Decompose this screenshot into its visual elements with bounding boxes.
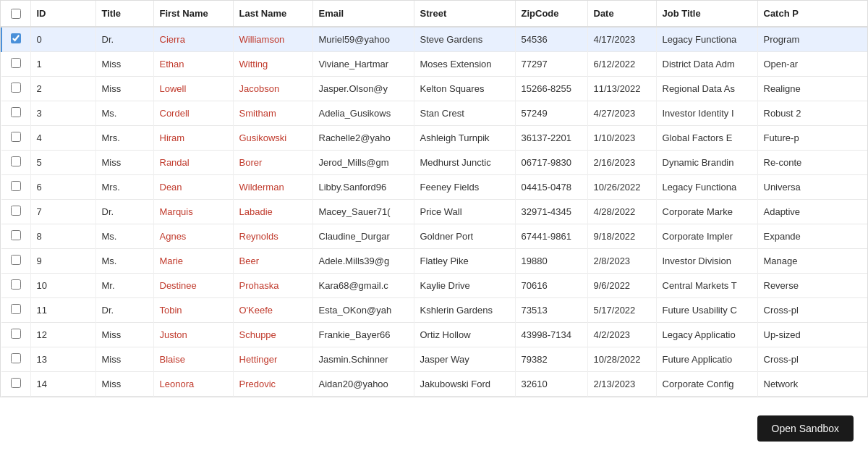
row-checkbox-cell: [1, 126, 30, 151]
cell-date: 10/26/2022: [587, 175, 656, 200]
row-checkbox[interactable]: [11, 230, 21, 240]
cell-date: 2/13/2023: [587, 372, 656, 397]
cell-street: Stan Crest: [414, 101, 515, 126]
cell-zipcode: 32971-4345: [515, 200, 587, 224]
cell-firstname[interactable]: Dean: [153, 175, 233, 200]
cell-lastname[interactable]: Beer: [233, 249, 312, 274]
cell-firstname[interactable]: Marquis: [153, 200, 233, 224]
cell-lastname[interactable]: Gusikowski: [233, 126, 312, 151]
cell-firstname[interactable]: Cordell: [153, 101, 233, 126]
cell-zipcode: 43998-7134: [515, 323, 587, 347]
header-firstname: First Name: [153, 1, 233, 27]
row-checkbox[interactable]: [11, 255, 21, 265]
row-checkbox[interactable]: [11, 33, 21, 43]
cell-title: Ms.: [95, 249, 153, 274]
cell-firstname[interactable]: Marie: [153, 249, 233, 274]
cell-firstname[interactable]: Blaise: [153, 347, 233, 372]
header-id: ID: [30, 1, 95, 27]
row-checkbox[interactable]: [11, 279, 21, 290]
table-row: 10Mr.DestineeProhaskaKara68@gmail.cKayli…: [1, 274, 868, 298]
row-checkbox[interactable]: [11, 181, 21, 191]
cell-zipcode: 70616: [515, 274, 587, 298]
header-catch: Catch P: [757, 1, 868, 27]
cell-lastname[interactable]: O'Keefe: [233, 298, 312, 323]
row-checkbox[interactable]: [11, 353, 21, 363]
cell-catch: Universa: [757, 175, 868, 200]
table-row: 6Mrs.DeanWildermanLibby.Sanford96Feeney …: [1, 175, 868, 200]
row-checkbox[interactable]: [11, 156, 21, 166]
cell-email: Viviane_Hartmar: [312, 52, 414, 77]
table-row: 5MissRandalBorerJerod_Mills@gmMedhurst J…: [1, 151, 868, 175]
row-checkbox[interactable]: [11, 206, 21, 216]
cell-street: Kaylie Drive: [414, 274, 515, 298]
cell-jobtitle: District Data Adm: [656, 52, 757, 77]
row-checkbox[interactable]: [11, 132, 21, 142]
cell-date: 2/16/2023: [587, 151, 656, 175]
cell-lastname[interactable]: Predovic: [233, 372, 312, 397]
cell-zipcode: 15266-8255: [515, 77, 587, 101]
cell-email: Muriel59@yahoo: [312, 27, 414, 52]
table-row: 2MissLowellJacobsonJasper.Olson@yKelton …: [1, 77, 868, 101]
cell-firstname[interactable]: Juston: [153, 323, 233, 347]
cell-lastname[interactable]: Reynolds: [233, 224, 312, 249]
cell-firstname[interactable]: Ethan: [153, 52, 233, 77]
cell-jobtitle: Future Applicatio: [656, 347, 757, 372]
cell-firstname[interactable]: Hiram: [153, 126, 233, 151]
cell-email: Esta_OKon@yah: [312, 298, 414, 323]
open-sandbox-button[interactable]: Open Sandbox: [757, 415, 854, 442]
cell-lastname[interactable]: Smitham: [233, 101, 312, 126]
cell-firstname[interactable]: Tobin: [153, 298, 233, 323]
cell-firstname[interactable]: Randal: [153, 151, 233, 175]
cell-lastname[interactable]: Jacobson: [233, 77, 312, 101]
cell-firstname[interactable]: Destinee: [153, 274, 233, 298]
cell-firstname[interactable]: Agnes: [153, 224, 233, 249]
header-lastname: Last Name: [233, 1, 312, 27]
cell-lastname[interactable]: Hettinger: [233, 347, 312, 372]
cell-title: Ms.: [95, 224, 153, 249]
cell-title: Miss: [95, 151, 153, 175]
cell-catch: Adaptive: [757, 200, 868, 224]
cell-email: Adele.Mills39@g: [312, 249, 414, 274]
cell-zipcode: 19880: [515, 249, 587, 274]
cell-jobtitle: Investor Division: [656, 249, 757, 274]
cell-lastname[interactable]: Witting: [233, 52, 312, 77]
cell-lastname[interactable]: Borer: [233, 151, 312, 175]
select-all-checkbox[interactable]: [11, 9, 21, 19]
cell-id: 13: [30, 347, 95, 372]
row-checkbox-cell: [1, 27, 30, 52]
row-checkbox[interactable]: [11, 378, 21, 388]
cell-catch: Realigne: [757, 77, 868, 101]
cell-lastname[interactable]: Labadie: [233, 200, 312, 224]
cell-jobtitle: Dynamic Brandin: [656, 151, 757, 175]
cell-jobtitle: Legacy Functiona: [656, 175, 757, 200]
cell-street: Goldner Port: [414, 224, 515, 249]
cell-email: Aidan20@yahoo: [312, 372, 414, 397]
cell-email: Macey_Sauer71(: [312, 200, 414, 224]
cell-date: 11/13/2022: [587, 77, 656, 101]
cell-zipcode: 73513: [515, 298, 587, 323]
cell-firstname[interactable]: Lowell: [153, 77, 233, 101]
row-checkbox[interactable]: [11, 329, 21, 339]
cell-lastname[interactable]: Williamson: [233, 27, 312, 52]
cell-catch: Manage: [757, 249, 868, 274]
cell-title: Miss: [95, 372, 153, 397]
row-checkbox[interactable]: [11, 58, 21, 68]
cell-lastname[interactable]: Schuppe: [233, 323, 312, 347]
header-zipcode: ZipCode: [515, 1, 587, 27]
row-checkbox[interactable]: [11, 304, 21, 314]
cell-jobtitle: Corporate Marke: [656, 200, 757, 224]
cell-lastname[interactable]: Prohaska: [233, 274, 312, 298]
row-checkbox[interactable]: [11, 83, 21, 93]
cell-firstname[interactable]: Leonora: [153, 372, 233, 397]
cell-street: Jasper Way: [414, 347, 515, 372]
cell-id: 6: [30, 175, 95, 200]
cell-email: Adelia_Gusikows: [312, 101, 414, 126]
cell-lastname[interactable]: Wilderman: [233, 175, 312, 200]
cell-firstname[interactable]: Cierra: [153, 27, 233, 52]
table-row: 14MissLeonoraPredovicAidan20@yahooJakubo…: [1, 372, 868, 397]
row-checkbox-cell: [1, 200, 30, 224]
row-checkbox-cell: [1, 151, 30, 175]
row-checkbox[interactable]: [11, 107, 21, 117]
table-row: 1MissEthanWittingViviane_HartmarMoses Ex…: [1, 52, 868, 77]
cell-date: 6/12/2022: [587, 52, 656, 77]
